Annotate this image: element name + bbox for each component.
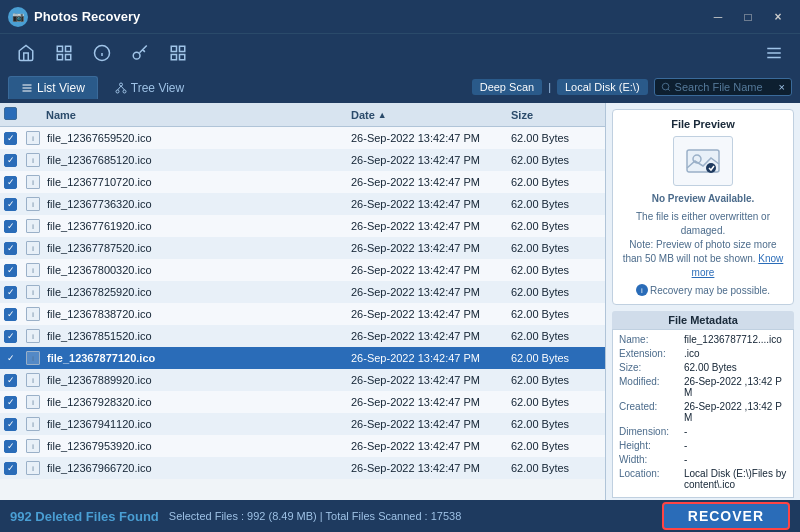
grid-button[interactable]: [162, 39, 194, 67]
table-row[interactable]: ✓ i file_12367800320.ico 26-Sep-2022 13:…: [0, 259, 605, 281]
menu-button[interactable]: [758, 39, 790, 67]
file-icon: i: [26, 174, 44, 190]
meta-location: Location: Local Disk (E:\)Files by conte…: [619, 468, 787, 490]
table-row[interactable]: ✓ i file_12367851520.ico 26-Sep-2022 13:…: [0, 325, 605, 347]
header-name[interactable]: Name: [26, 109, 351, 121]
info-button[interactable]: [86, 39, 118, 67]
table-row[interactable]: ✓ i file_12367838720.ico 26-Sep-2022 13:…: [0, 303, 605, 325]
column-headers: Name Date ▲ Size: [0, 103, 605, 127]
row-size: 62.00 Bytes: [511, 374, 601, 386]
row-size: 62.00 Bytes: [511, 242, 601, 254]
row-checkbox[interactable]: ✓: [4, 439, 26, 453]
meta-modified: Modified: 26-Sep-2022 ,13:42 PM: [619, 376, 787, 398]
close-button[interactable]: ×: [764, 7, 792, 27]
row-size: 62.00 Bytes: [511, 286, 601, 298]
metadata-body: Name: file_1236787712....ico Extension: …: [612, 329, 794, 498]
row-checkbox[interactable]: ✓: [4, 285, 26, 299]
svg-rect-8: [171, 46, 176, 51]
row-checkbox[interactable]: ✓: [4, 263, 26, 277]
preview-icon-area: [673, 136, 733, 186]
table-row[interactable]: ✓ i file_12367877120.ico 26-Sep-2022 13:…: [0, 347, 605, 369]
files-button[interactable]: [48, 39, 80, 67]
row-filename: file_12367659520.ico: [47, 132, 351, 144]
row-checkbox[interactable]: ✓: [4, 373, 26, 387]
table-row[interactable]: ✓ i file_12367710720.ico 26-Sep-2022 13:…: [0, 171, 605, 193]
table-row[interactable]: ✓ i file_12367928320.ico 26-Sep-2022 13:…: [0, 391, 605, 413]
tab-list-view[interactable]: List View: [8, 76, 98, 99]
right-panel: File Preview No Preview Available. The f…: [605, 103, 800, 500]
row-filename: file_12367928320.ico: [47, 396, 351, 408]
preview-message: The file is either overwritten or damage…: [621, 210, 785, 280]
row-checkbox[interactable]: ✓: [4, 175, 26, 189]
svg-rect-3: [66, 54, 71, 59]
row-date: 26-Sep-2022 13:42:47 PM: [351, 198, 511, 210]
row-date: 26-Sep-2022 13:42:47 PM: [351, 374, 511, 386]
deep-scan-label: Deep Scan: [472, 79, 542, 95]
top-nav: [0, 33, 800, 71]
key-button[interactable]: [124, 39, 156, 67]
file-icon: i: [26, 240, 44, 256]
table-row[interactable]: ✓ i file_12367953920.ico 26-Sep-2022 13:…: [0, 435, 605, 457]
header-size[interactable]: Size: [511, 109, 601, 121]
tab-tree-view[interactable]: Tree View: [102, 76, 197, 99]
row-date: 26-Sep-2022 13:42:47 PM: [351, 440, 511, 452]
table-row[interactable]: ✓ i file_12367825920.ico 26-Sep-2022 13:…: [0, 281, 605, 303]
row-checkbox[interactable]: ✓: [4, 329, 26, 343]
svg-point-27: [706, 163, 716, 173]
row-checkbox[interactable]: ✓: [4, 197, 26, 211]
table-row[interactable]: ✓ i file_12367889920.ico 26-Sep-2022 13:…: [0, 369, 605, 391]
row-filename: file_12367825920.ico: [47, 286, 351, 298]
file-icon: i: [26, 372, 44, 388]
svg-rect-1: [66, 46, 71, 51]
file-icon: i: [26, 350, 44, 366]
row-size: 62.00 Bytes: [511, 264, 601, 276]
row-checkbox[interactable]: ✓: [4, 131, 26, 145]
row-filename: file_12367851520.ico: [47, 330, 351, 342]
svg-rect-11: [180, 54, 185, 59]
row-size: 62.00 Bytes: [511, 462, 601, 474]
status-text: Selected Files : 992 (8.49 MB) | Total F…: [169, 510, 652, 522]
row-checkbox[interactable]: ✓: [4, 241, 26, 255]
row-size: 62.00 Bytes: [511, 418, 601, 430]
row-date: 26-Sep-2022 13:42:47 PM: [351, 264, 511, 276]
main-area: Name Date ▲ Size ✓ i file_12367659520.ic…: [0, 103, 800, 500]
file-icon: i: [26, 284, 44, 300]
search-input[interactable]: [675, 81, 775, 93]
search-box[interactable]: ×: [654, 78, 792, 96]
svg-rect-10: [171, 54, 176, 59]
header-date[interactable]: Date ▲: [351, 109, 511, 121]
table-row[interactable]: ✓ i file_12367787520.ico 26-Sep-2022 13:…: [0, 237, 605, 259]
svg-point-23: [662, 83, 669, 90]
row-checkbox[interactable]: ✓: [4, 307, 26, 321]
table-row[interactable]: ✓ i file_12367941120.ico 26-Sep-2022 13:…: [0, 413, 605, 435]
row-checkbox[interactable]: ✓: [4, 219, 26, 233]
maximize-button[interactable]: □: [734, 7, 762, 27]
row-checkbox[interactable]: ✓: [4, 351, 26, 365]
row-checkbox[interactable]: ✓: [4, 417, 26, 431]
row-size: 62.00 Bytes: [511, 396, 601, 408]
meta-dimension: Dimension: -: [619, 426, 787, 437]
svg-point-20: [123, 90, 126, 93]
row-filename: file_12367787520.ico: [47, 242, 351, 254]
search-clear-icon[interactable]: ×: [779, 81, 785, 93]
row-checkbox[interactable]: ✓: [4, 153, 26, 167]
table-row[interactable]: ✓ i file_12367761920.ico 26-Sep-2022 13:…: [0, 215, 605, 237]
row-filename: file_12367761920.ico: [47, 220, 351, 232]
row-checkbox[interactable]: ✓: [4, 395, 26, 409]
file-icon: i: [26, 196, 44, 212]
table-row[interactable]: ✓ i file_12367736320.ico 26-Sep-2022 13:…: [0, 193, 605, 215]
row-filename: file_12367953920.ico: [47, 440, 351, 452]
minimize-button[interactable]: ─: [704, 7, 732, 27]
table-row[interactable]: ✓ i file_12367966720.ico 26-Sep-2022 13:…: [0, 457, 605, 479]
table-row[interactable]: ✓ i file_12367685120.ico 26-Sep-2022 13:…: [0, 149, 605, 171]
row-checkbox[interactable]: ✓: [4, 461, 26, 475]
table-row[interactable]: ✓ i file_12367659520.ico 26-Sep-2022 13:…: [0, 127, 605, 149]
file-icon: i: [26, 130, 44, 146]
header-checkbox[interactable]: [4, 107, 26, 122]
row-date: 26-Sep-2022 13:42:47 PM: [351, 462, 511, 474]
recover-button[interactable]: RECOVER: [662, 502, 790, 530]
home-button[interactable]: [10, 39, 42, 67]
row-date: 26-Sep-2022 13:42:47 PM: [351, 286, 511, 298]
row-filename: file_12367685120.ico: [47, 154, 351, 166]
meta-created: Created: 26-Sep-2022 ,13:42 PM: [619, 401, 787, 423]
